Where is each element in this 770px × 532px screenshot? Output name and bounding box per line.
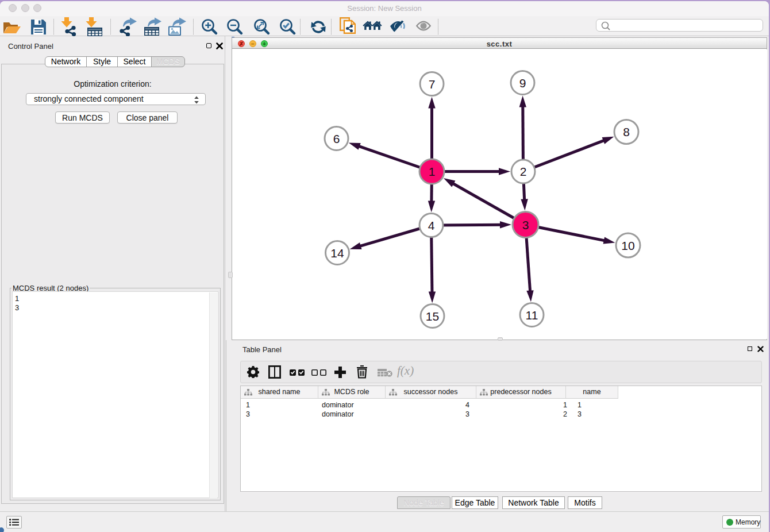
svg-text:6: 6 <box>333 132 340 145</box>
svg-text:11: 11 <box>526 309 538 322</box>
svg-text:14: 14 <box>330 246 344 260</box>
svg-text:1: 1 <box>429 165 436 178</box>
svg-text:4: 4 <box>428 219 435 232</box>
svg-text:15: 15 <box>426 310 439 323</box>
svg-text:7: 7 <box>429 78 436 91</box>
svg-text:10: 10 <box>621 239 634 252</box>
svg-text:3: 3 <box>522 218 529 232</box>
svg-text:9: 9 <box>519 76 526 90</box>
svg-text:2: 2 <box>520 165 527 178</box>
svg-text:8: 8 <box>623 125 630 138</box>
